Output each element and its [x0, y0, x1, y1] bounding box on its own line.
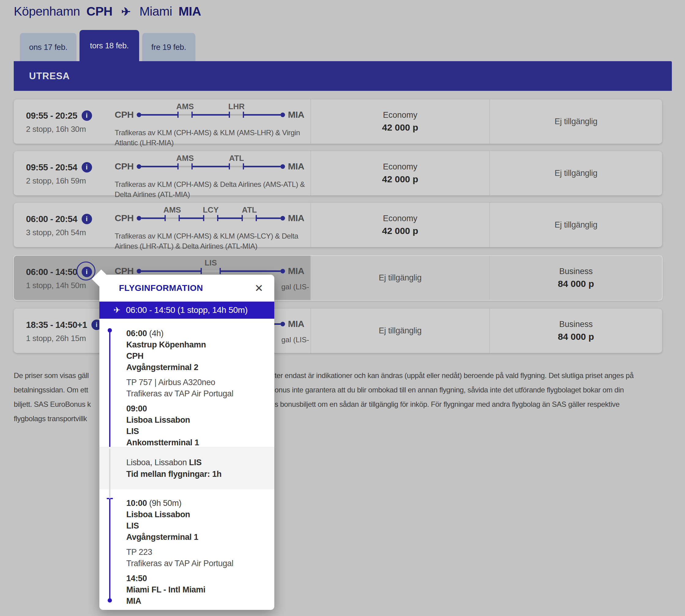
info-icon[interactable]: i	[82, 162, 92, 173]
segment-arrival-time: 14:50	[126, 573, 267, 584]
route-tick	[192, 163, 193, 170]
origin-code-label: CPH	[115, 213, 134, 223]
fare-cell-business[interactable]: Business84 000 p	[489, 309, 662, 353]
close-icon[interactable]: ✕	[255, 283, 264, 293]
route-stop: LCY	[203, 215, 218, 221]
route-stop-gap	[230, 166, 243, 167]
route-line	[141, 270, 201, 272]
origin-code-label: CPH	[115, 161, 134, 172]
segment-departure-code: LIS	[126, 520, 267, 532]
flight-results-page: Köpenhamn CPH ✈ Miami MIA ons 17 feb.tor…	[0, 0, 685, 616]
info-icon[interactable]: i	[82, 110, 92, 121]
timeline-segment-2	[109, 499, 110, 600]
segment-departure-airport: Lisboa Lissabon	[126, 509, 267, 520]
route-origin-dot	[137, 216, 141, 221]
route-origin-dot	[137, 113, 141, 117]
route-dest-dot	[281, 164, 285, 169]
stops-duration: 1 stopp, 26h 15m	[26, 334, 102, 343]
route-line	[141, 166, 177, 167]
info-icon-wrap: i	[82, 267, 92, 277]
segment-departure-airport: Kastrup Köpenhamn	[126, 339, 267, 351]
dest-code-label: MIA	[288, 110, 305, 120]
route-dest-dot	[281, 269, 285, 273]
route-stop-gap	[243, 218, 256, 219]
route-line	[193, 166, 229, 167]
stop-code-label: ATL	[229, 154, 244, 163]
flight-times: 06:00 - 20:54	[26, 214, 78, 224]
cabin-class-label: Economy	[383, 110, 417, 120]
stop-code-label: AMS	[163, 205, 181, 215]
route-stop-gap	[202, 270, 220, 272]
fare-cell-business[interactable]: Ej tillgänglig	[489, 203, 662, 247]
not-available-label: Ej tillgänglig	[379, 273, 422, 283]
operated-by-text-fragment: gal (LIS-	[281, 335, 309, 344]
points-price: 42 000 p	[382, 122, 418, 133]
segment-operated-by: Trafikeras av TAP Air Portugal	[126, 558, 267, 569]
flight-times: 06:00 - 14:50	[26, 267, 78, 277]
dest-code-label: MIA	[288, 266, 305, 276]
terms-line-left: flygbolags transportvillk	[14, 414, 87, 423]
dest-code-label: MIA	[288, 213, 305, 223]
segment-arrival-time: 09:00	[126, 403, 267, 414]
fare-cell-economy[interactable]: Ej tillgänglig	[310, 256, 489, 300]
layover-band: Lisboa, Lissabon LIS Tid mellan flygning…	[100, 447, 274, 489]
terms-line-left: biljett. SAS EuroBonus k	[14, 400, 91, 408]
fare-cell-business[interactable]: Ej tillgänglig	[489, 100, 662, 144]
tab-fre-19-feb-[interactable]: fre 19 feb.	[142, 33, 195, 61]
route-tick	[192, 112, 193, 118]
operated-by-text: Trafikeras av KLM (CPH-AMS) & Delta Airl…	[115, 179, 313, 199]
operated-by-text: Trafikeras av KLM (CPH-AMS) & KLM (AMS-L…	[115, 231, 313, 251]
fare-cell-business[interactable]: Ej tillgänglig	[489, 151, 662, 195]
points-price: 42 000 p	[382, 174, 418, 184]
stop-code-label: AMS	[176, 102, 194, 111]
not-available-label: Ej tillgänglig	[379, 326, 422, 335]
route-line	[218, 218, 242, 219]
spacer	[126, 569, 267, 573]
flight-details-cell: 06:00 - 20:54i3 stopp, 20h 54mCPHAMSLCYA…	[14, 203, 310, 247]
time-block: 06:00 - 20:54i3 stopp, 20h 54m	[26, 214, 92, 237]
info-icon-wrap: i	[82, 110, 92, 121]
route-line	[257, 218, 280, 219]
route-tick	[217, 215, 218, 221]
layover-duration: Tid mellan flygningar: 1h	[126, 468, 222, 480]
info-icon-wrap: i	[82, 162, 92, 173]
stop-code-label: ATL	[242, 205, 257, 215]
tab-tors-18-feb-[interactable]: tors 18 feb.	[80, 30, 139, 61]
route-dest-dot	[281, 216, 285, 221]
not-available-label: Ej tillgänglig	[555, 117, 598, 126]
plane-icon: ✈	[121, 5, 131, 18]
points-price: 42 000 p	[382, 226, 418, 236]
popup-summary-text: 06:00 - 14:50 (1 stopp, 14h 50m)	[126, 305, 248, 315]
stop-code-label: LHR	[228, 102, 245, 111]
segment-operated-by: Trafikeras av TAP Air Portugal	[126, 388, 267, 399]
cabin-class-label: Business	[559, 267, 593, 276]
fare-cell-economy[interactable]: Economy42 000 p	[310, 151, 489, 195]
stop-code-label: LCY	[203, 205, 219, 215]
route-dest-dot	[281, 113, 285, 117]
origin-code-label: CPH	[115, 110, 134, 120]
timeline-layover-line	[109, 449, 110, 499]
route-line	[244, 166, 280, 167]
route-stop: AMS	[164, 215, 180, 221]
segment-departure-time: 06:00 (4h)	[126, 328, 267, 339]
route-line	[141, 218, 164, 219]
info-icon[interactable]: i	[82, 214, 92, 224]
route-diagram: CPHAMSLHRMIA	[115, 109, 304, 121]
section-header-utresa: UTRESA	[14, 61, 672, 91]
segment-arrival-airport: Lisboa Lissabon	[126, 414, 267, 426]
segment-arrival-airport: Miami FL - Intl Miami	[126, 584, 267, 595]
route-tick	[179, 215, 180, 221]
timeline-end-dot	[108, 598, 112, 602]
route-stop-gap	[179, 166, 192, 167]
fare-cell-economy[interactable]: Ej tillgänglig	[310, 309, 489, 353]
fare-cell-economy[interactable]: Economy42 000 p	[310, 100, 489, 144]
spacer	[126, 543, 267, 547]
route-origin-dot	[137, 164, 141, 169]
segment-arrival-code: LIS	[126, 426, 267, 437]
fare-cell-economy[interactable]: Economy42 000 p	[310, 203, 489, 247]
fare-cell-business[interactable]: Business84 000 p	[489, 256, 662, 300]
tab-ons-17-feb-[interactable]: ons 17 feb.	[20, 33, 76, 61]
layover-place: Lisboa, Lissabon LIS	[126, 457, 222, 468]
stops-duration: 3 stopp, 20h 54m	[26, 228, 92, 237]
route-line	[193, 114, 229, 116]
